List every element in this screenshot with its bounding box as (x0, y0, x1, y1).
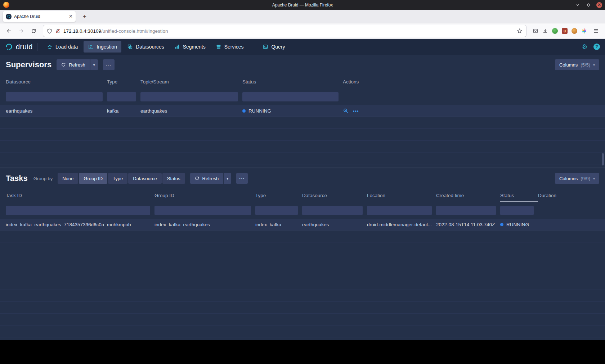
supervisors-filter-type[interactable] (107, 92, 136, 101)
task-row[interactable]: index_kafka_earthquakes_7184357396d6c0a_… (0, 219, 605, 231)
tasks-filter-task-id[interactable] (6, 206, 150, 215)
tasks-columns-button[interactable]: Columns (9/9) ▾ (555, 173, 599, 184)
nav-item-load-data[interactable]: Load data (42, 41, 82, 53)
desktop-background (0, 340, 605, 364)
tasks-filter-created-time[interactable] (436, 206, 496, 215)
nav-item-services[interactable]: Services (211, 41, 248, 53)
column-header-status-sorted[interactable]: Status (500, 188, 538, 202)
tasks-filter-type[interactable] (255, 206, 298, 215)
supervisors-refresh-dropdown[interactable]: ▾ (90, 59, 98, 70)
ublock-origin-icon[interactable]: u (562, 28, 568, 34)
druid-wordmark: druid (16, 43, 33, 51)
browser-tab-apache-druid[interactable]: Apache Druid ✕ (3, 11, 76, 22)
empty-row (0, 242, 605, 254)
druid-console: druid Load data Ingestion Datasources (0, 39, 605, 340)
tasks-filter-group-id[interactable] (154, 206, 251, 215)
url-text: 172.18.0.4:30109/unified-console.html#in… (63, 28, 514, 34)
column-header-type[interactable]: Type (107, 75, 140, 88)
empty-row (0, 302, 605, 314)
supervisors-columns-button[interactable]: Columns (5/5) ▾ (555, 59, 599, 70)
tasks-title: Tasks (6, 174, 28, 183)
tasks-refresh-dropdown[interactable]: ▾ (224, 173, 231, 184)
nav-item-query[interactable]: Query (258, 41, 289, 53)
empty-row (0, 231, 605, 242)
supervisors-filter-topic-stream[interactable] (140, 92, 238, 101)
url-bar[interactable]: 172.18.0.4:30109/unified-console.html#in… (43, 25, 526, 37)
empty-row (0, 337, 605, 340)
group-by-label: Group by (33, 176, 53, 181)
bookmark-star-icon[interactable] (517, 28, 523, 34)
tasks-filter-location[interactable] (367, 206, 432, 215)
running-status-dot (242, 109, 246, 113)
green-extension-icon[interactable] (552, 28, 558, 34)
column-header-duration[interactable]: Duration (538, 188, 605, 202)
tasks-filter-datasource[interactable] (302, 206, 363, 215)
supervisor-datasource: earthquakes (6, 108, 107, 114)
column-header-actions[interactable]: Actions (343, 75, 605, 88)
column-header-group-id[interactable]: Group ID (154, 188, 255, 202)
maximize-icon[interactable] (586, 2, 591, 8)
group-by-group-id-button[interactable]: Group ID (79, 173, 107, 184)
tab-close-icon[interactable]: ✕ (69, 14, 73, 19)
tasks-refresh-button[interactable]: Refresh (190, 173, 223, 184)
group-by-datasource-button[interactable]: Datasource (128, 173, 161, 184)
supervisor-row[interactable]: earthquakes kafka earthquakes RUNNING ••… (0, 105, 605, 117)
pinwheel-extension-icon[interactable] (581, 28, 587, 34)
supervisors-filter-datasource[interactable] (6, 92, 103, 101)
column-header-created-time[interactable]: Created time (436, 188, 500, 202)
supervisors-title: Supervisors (6, 60, 51, 69)
empty-row (0, 129, 605, 141)
supervisors-filter-status[interactable] (242, 92, 339, 101)
pocket-icon[interactable] (533, 28, 538, 34)
column-header-datasource[interactable]: Datasource (6, 75, 107, 88)
supervisors-refresh-button[interactable]: Refresh (57, 59, 90, 70)
supervisor-status: RUNNING (242, 108, 343, 114)
druid-logo[interactable]: druid (5, 43, 33, 51)
column-header-location[interactable]: Location (367, 188, 436, 202)
magnifier-icon[interactable] (343, 108, 349, 114)
minimize-icon[interactable] (575, 2, 581, 8)
empty-row (0, 278, 605, 290)
column-header-task-id[interactable]: Task ID (6, 188, 154, 202)
task-datasource: earthquakes (302, 222, 367, 227)
supervisors-more-button[interactable]: ··· (103, 59, 115, 70)
task-type: index_kafka (255, 222, 302, 227)
forward-icon[interactable] (16, 26, 27, 36)
query-icon (263, 44, 268, 50)
scrollbar-thumb[interactable] (602, 153, 604, 165)
browser-toolbar: 172.18.0.4:30109/unified-console.html#in… (0, 23, 605, 39)
row-more-actions-icon[interactable]: ••• (353, 108, 359, 114)
column-header-datasource[interactable]: Datasource (302, 188, 367, 202)
tracking-protection-shield-icon[interactable] (47, 28, 52, 34)
refresh-icon (194, 176, 200, 181)
column-header-type[interactable]: Type (255, 188, 302, 202)
help-icon[interactable]: ? (593, 44, 600, 50)
datasources-icon (127, 44, 133, 50)
nav-item-ingestion[interactable]: Ingestion (84, 41, 121, 53)
column-header-status[interactable]: Status (242, 75, 343, 88)
group-by-status-button[interactable]: Status (162, 173, 185, 184)
ingestion-icon (88, 44, 94, 50)
nav-item-segments[interactable]: Segments (170, 41, 210, 53)
nav-item-datasources[interactable]: Datasources (123, 41, 169, 53)
group-by-none-button[interactable]: None (58, 173, 78, 184)
empty-row (0, 266, 605, 278)
orange-extension-icon[interactable] (572, 28, 577, 34)
close-icon[interactable]: ✕ (596, 2, 602, 8)
column-header-topic-stream[interactable]: Topic/Stream (140, 75, 242, 88)
new-tab-button[interactable]: + (80, 12, 89, 21)
downloads-icon[interactable] (542, 28, 548, 34)
reload-icon[interactable] (28, 26, 39, 36)
settings-gear-icon[interactable]: ⚙ (582, 44, 588, 50)
tasks-more-button[interactable]: ··· (236, 173, 248, 184)
divider (253, 43, 253, 51)
services-icon (216, 44, 221, 50)
insecure-lock-icon[interactable] (55, 28, 60, 34)
menu-icon[interactable] (591, 26, 601, 36)
tab-title: Apache Druid (14, 14, 66, 19)
group-by-type-button[interactable]: Type (108, 173, 127, 184)
tasks-filter-status[interactable] (500, 206, 534, 215)
screen: Apache Druid — Mozilla Firefox ✕ Apache … (0, 0, 605, 364)
back-icon[interactable] (4, 26, 14, 36)
empty-row (0, 290, 605, 302)
